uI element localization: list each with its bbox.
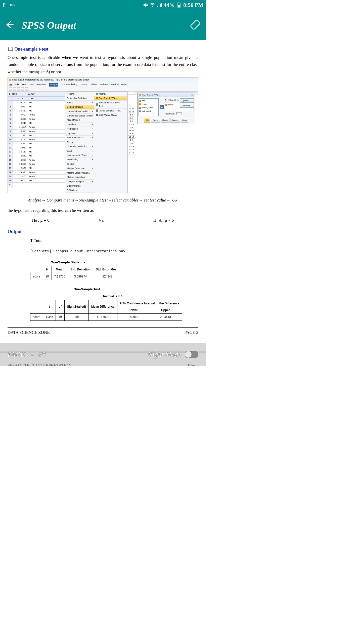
hypothesis-intro: the hypothesis regarding this test can b… (8, 207, 198, 214)
table-row: 188.360Fema (8, 171, 65, 175)
page-indicator[interactable]: PAGES = 3/8 (8, 350, 46, 358)
spss-toolbar (8, 87, 198, 92)
back-button[interactable] (5, 20, 14, 30)
hypothesis: H₀ : µ = 6Vs.H_A : µ ≠ 6 (8, 217, 198, 224)
table-row: 172.620Ma (8, 166, 65, 170)
dataset-line: [DataSet1] D:\spss output Interpretation… (30, 249, 198, 255)
spss-col-headers: scoresex (8, 97, 65, 101)
vars-area: varvarvarvarvarvarvar One-Sample T Test✕… (135, 92, 198, 193)
test-table-title: One-Sample Test (30, 287, 143, 292)
table-row: 1912.470Fema (8, 175, 65, 179)
svg-point-6 (152, 6, 153, 7)
close-icon: ✕ (191, 93, 193, 97)
dialog-bottom-buttons: OK Paste Reset Cancel Help (138, 117, 195, 124)
wifi-icon (150, 2, 155, 8)
table-row: 1610.350Fema (8, 162, 65, 166)
svg-rect-9 (160, 4, 161, 7)
table-row: 154.050Fema (8, 158, 65, 162)
options-button: Options... (180, 98, 194, 103)
table-row: 44.610Fema (8, 113, 65, 117)
night-mode-label: Night Mode (148, 350, 181, 358)
intro-text: One-sample test is applicable when we we… (8, 54, 198, 76)
app-header: SPSS Output (0, 10, 206, 40)
one-sample-ttest-dialog: One-Sample T Test✕ sex count study_hours… (137, 93, 195, 124)
battery-icon (176, 2, 182, 8)
svg-rect-13 (178, 5, 180, 7)
spss-menu-bar: FileEditViewDataTransformAnalyzeDirect M… (8, 83, 198, 87)
output-heading: Output (8, 228, 198, 235)
ttest-title: T-Test (30, 237, 198, 244)
stats-table-title: One-Sample Statistics (30, 260, 106, 265)
col3: 15-2010-145-95-95-910-145-915-205-910-14… (127, 92, 135, 193)
bootstrap-button: Bootstrap... (180, 103, 194, 108)
test-value-input (176, 112, 182, 115)
page-footer: DATA SCIENCE ZONEPAGE 2 (8, 329, 198, 336)
signal-icon (157, 2, 162, 8)
spss-active-cell: 1 : score10.760 (8, 92, 65, 97)
spss-screenshot: spss output Interpretations.sav [DataSet… (8, 77, 198, 193)
compare-means-submenu: Means...One-Sample T Test...Independent-… (94, 92, 127, 193)
app-title: SPSS Output (22, 19, 76, 31)
table-row: 21 (8, 183, 65, 187)
key-icon (10, 2, 16, 8)
one-sample-statistics-table: NMeanStd. DeviationStd. Error Mean score… (30, 266, 121, 280)
table-row: 125.050Ma (8, 146, 65, 150)
table-row: 110.760Ma (8, 101, 65, 105)
svg-rect-10 (161, 3, 162, 7)
table-row: 91.980Ma (8, 134, 65, 138)
svg-rect-12 (178, 3, 179, 3)
battery-pct: 44% (164, 2, 175, 8)
section-title: 1.1 One-sample t-test (8, 45, 198, 53)
table-row: 26.900Ma (8, 105, 65, 109)
one-sample-test-table: Test Value = 6 tdfSig. (2-tailed)Mean Di… (30, 293, 182, 321)
analyze-submenu: ReportsDescriptive StatisticsTablesCompa… (65, 92, 94, 193)
night-mode-toggle[interactable] (185, 351, 198, 358)
status-bar: P 44% 8:56 PM (0, 0, 206, 10)
table-row: 313.360Ma (8, 109, 65, 113)
table-row: 84.930Fema (8, 130, 65, 134)
table-row: 69.240Ma (8, 121, 65, 125)
svg-rect-15 (190, 20, 200, 30)
svg-point-1 (11, 4, 12, 6)
clock: 8:56 PM (183, 2, 203, 8)
ttest-output: T-Test [DataSet1] D:\spss output Interpr… (8, 237, 198, 321)
table-row: 114.330Ma (8, 142, 65, 146)
page2-header: SPSS OUTPUT INTERPRETATIONT-tests (8, 362, 198, 366)
table-row: 143.280Ma (8, 154, 65, 158)
table-row: 711.310Fema (8, 125, 65, 129)
app-icon-p: P (3, 2, 8, 8)
move-right-button: ▶ (160, 105, 164, 109)
rotate-icon[interactable] (190, 19, 201, 31)
page-rule (8, 327, 198, 328)
svg-text:P: P (3, 3, 6, 8)
table-row: 206.410Ma (8, 179, 65, 183)
document[interactable]: 1.1 One-sample t-test One-sample test is… (0, 40, 206, 366)
source-variables-list: sex count study_hours cat_count (139, 98, 159, 116)
table-row: 104.750Fema (8, 138, 65, 142)
spss-window-title: spss output Interpretations.sav [DataSet… (8, 77, 198, 82)
svg-rect-3 (14, 5, 14, 6)
table-row: 54.380Fema (8, 117, 65, 121)
navigation-instruction: Analyze→ Compare means→one-sample t test… (8, 197, 198, 204)
svg-rect-7 (157, 6, 158, 7)
svg-rect-8 (159, 5, 159, 7)
table-row: 1313.130Ma (8, 150, 65, 154)
mute-icon (143, 2, 148, 8)
